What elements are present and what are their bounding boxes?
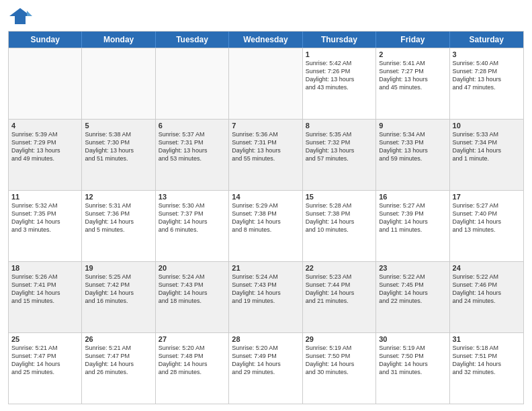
cell-detail: Sunrise: 5:19 AM Sunset: 7:50 PM Dayligh… xyxy=(306,344,373,377)
cal-cell-25: 25Sunrise: 5:21 AM Sunset: 7:47 PM Dayli… xyxy=(9,333,82,404)
day-number: 31 xyxy=(453,335,521,343)
day-number: 26 xyxy=(85,335,152,343)
day-number: 22 xyxy=(306,264,373,272)
cal-cell-21: 21Sunrise: 5:24 AM Sunset: 7:43 PM Dayli… xyxy=(229,262,302,332)
cal-cell-15: 15Sunrise: 5:28 AM Sunset: 7:38 PM Dayli… xyxy=(303,191,376,261)
calendar-body: 1Sunrise: 5:42 AM Sunset: 7:26 PM Daylig… xyxy=(9,48,523,404)
cal-cell-empty xyxy=(82,48,155,119)
cal-cell-31: 31Sunrise: 5:18 AM Sunset: 7:51 PM Dayli… xyxy=(450,333,523,404)
day-number: 4 xyxy=(11,122,79,130)
cell-detail: Sunrise: 5:33 AM Sunset: 7:34 PM Dayligh… xyxy=(453,130,521,163)
day-number: 9 xyxy=(379,122,446,130)
cell-detail: Sunrise: 5:35 AM Sunset: 7:32 PM Dayligh… xyxy=(306,130,373,163)
day-number: 29 xyxy=(306,335,373,343)
cell-detail: Sunrise: 5:20 AM Sunset: 7:48 PM Dayligh… xyxy=(159,344,226,377)
cal-cell-14: 14Sunrise: 5:29 AM Sunset: 7:38 PM Dayli… xyxy=(229,191,302,261)
cal-cell-2: 2Sunrise: 5:41 AM Sunset: 7:27 PM Daylig… xyxy=(376,48,449,119)
cal-cell-empty xyxy=(9,48,82,119)
logo-icon xyxy=(8,7,32,26)
day-number: 14 xyxy=(232,193,299,201)
cal-cell-3: 3Sunrise: 5:40 AM Sunset: 7:28 PM Daylig… xyxy=(450,48,523,119)
cal-cell-empty xyxy=(229,48,302,119)
day-number: 27 xyxy=(159,335,226,343)
day-number: 19 xyxy=(85,264,152,272)
day-number: 15 xyxy=(306,193,373,201)
cell-detail: Sunrise: 5:24 AM Sunset: 7:43 PM Dayligh… xyxy=(232,273,299,306)
cell-detail: Sunrise: 5:32 AM Sunset: 7:35 PM Dayligh… xyxy=(11,201,79,234)
cell-detail: Sunrise: 5:23 AM Sunset: 7:44 PM Dayligh… xyxy=(306,273,373,306)
cal-cell-18: 18Sunrise: 5:26 AM Sunset: 7:41 PM Dayli… xyxy=(9,262,82,332)
cell-detail: Sunrise: 5:38 AM Sunset: 7:30 PM Dayligh… xyxy=(85,130,152,163)
cal-cell-29: 29Sunrise: 5:19 AM Sunset: 7:50 PM Dayli… xyxy=(303,333,376,404)
day-number: 21 xyxy=(232,264,299,272)
cal-header-wednesday: Wednesday xyxy=(229,32,302,48)
cal-cell-30: 30Sunrise: 5:19 AM Sunset: 7:50 PM Dayli… xyxy=(376,333,449,404)
cell-detail: Sunrise: 5:22 AM Sunset: 7:45 PM Dayligh… xyxy=(379,273,446,306)
cell-detail: Sunrise: 5:29 AM Sunset: 7:38 PM Dayligh… xyxy=(232,201,299,234)
cell-detail: Sunrise: 5:37 AM Sunset: 7:31 PM Dayligh… xyxy=(159,130,226,163)
day-number: 8 xyxy=(306,122,373,130)
day-number: 11 xyxy=(11,193,79,201)
cal-cell-12: 12Sunrise: 5:31 AM Sunset: 7:36 PM Dayli… xyxy=(82,191,155,261)
cal-header-saturday: Saturday xyxy=(450,32,523,48)
cal-cell-9: 9Sunrise: 5:34 AM Sunset: 7:33 PM Daylig… xyxy=(376,120,449,190)
cal-cell-4: 4Sunrise: 5:39 AM Sunset: 7:29 PM Daylig… xyxy=(9,120,82,190)
day-number: 12 xyxy=(85,193,152,201)
cell-detail: Sunrise: 5:24 AM Sunset: 7:43 PM Dayligh… xyxy=(159,273,226,306)
cal-cell-7: 7Sunrise: 5:36 AM Sunset: 7:31 PM Daylig… xyxy=(229,120,302,190)
cell-detail: Sunrise: 5:21 AM Sunset: 7:47 PM Dayligh… xyxy=(85,344,152,377)
day-number: 13 xyxy=(159,193,226,201)
day-number: 3 xyxy=(453,50,521,58)
cal-cell-27: 27Sunrise: 5:20 AM Sunset: 7:48 PM Dayli… xyxy=(156,333,229,404)
day-number: 2 xyxy=(379,50,446,58)
cell-detail: Sunrise: 5:28 AM Sunset: 7:38 PM Dayligh… xyxy=(306,201,373,234)
cal-cell-22: 22Sunrise: 5:23 AM Sunset: 7:44 PM Dayli… xyxy=(303,262,376,332)
cal-cell-empty xyxy=(156,48,229,119)
svg-marker-1 xyxy=(27,11,32,16)
cell-detail: Sunrise: 5:27 AM Sunset: 7:39 PM Dayligh… xyxy=(379,201,446,234)
cal-cell-20: 20Sunrise: 5:24 AM Sunset: 7:43 PM Dayli… xyxy=(156,262,229,332)
cal-header-monday: Monday xyxy=(82,32,155,48)
cell-detail: Sunrise: 5:36 AM Sunset: 7:31 PM Dayligh… xyxy=(232,130,299,163)
cal-cell-13: 13Sunrise: 5:30 AM Sunset: 7:37 PM Dayli… xyxy=(156,191,229,261)
cal-row-2: 11Sunrise: 5:32 AM Sunset: 7:35 PM Dayli… xyxy=(9,190,523,261)
cell-detail: Sunrise: 5:41 AM Sunset: 7:27 PM Dayligh… xyxy=(379,59,446,92)
cell-detail: Sunrise: 5:21 AM Sunset: 7:47 PM Dayligh… xyxy=(11,344,79,377)
day-number: 16 xyxy=(379,193,446,201)
cell-detail: Sunrise: 5:30 AM Sunset: 7:37 PM Dayligh… xyxy=(159,201,226,234)
day-number: 28 xyxy=(232,335,299,343)
cell-detail: Sunrise: 5:39 AM Sunset: 7:29 PM Dayligh… xyxy=(11,130,79,163)
cell-detail: Sunrise: 5:26 AM Sunset: 7:41 PM Dayligh… xyxy=(11,273,79,306)
day-number: 5 xyxy=(85,122,152,130)
cell-detail: Sunrise: 5:42 AM Sunset: 7:26 PM Dayligh… xyxy=(306,59,373,92)
header xyxy=(8,7,524,26)
calendar: SundayMondayTuesdayWednesdayThursdayFrid… xyxy=(8,31,524,404)
cal-cell-5: 5Sunrise: 5:38 AM Sunset: 7:30 PM Daylig… xyxy=(82,120,155,190)
day-number: 7 xyxy=(232,122,299,130)
cell-detail: Sunrise: 5:22 AM Sunset: 7:46 PM Dayligh… xyxy=(453,273,521,306)
day-number: 25 xyxy=(11,335,79,343)
cell-detail: Sunrise: 5:40 AM Sunset: 7:28 PM Dayligh… xyxy=(453,59,521,92)
cal-cell-10: 10Sunrise: 5:33 AM Sunset: 7:34 PM Dayli… xyxy=(450,120,523,190)
cal-cell-11: 11Sunrise: 5:32 AM Sunset: 7:35 PM Dayli… xyxy=(9,191,82,261)
logo xyxy=(8,7,35,26)
cal-header-thursday: Thursday xyxy=(303,32,376,48)
page: SundayMondayTuesdayWednesdayThursdayFrid… xyxy=(0,0,532,411)
cell-detail: Sunrise: 5:25 AM Sunset: 7:42 PM Dayligh… xyxy=(85,273,152,306)
cal-header-friday: Friday xyxy=(376,32,449,48)
day-number: 1 xyxy=(306,50,373,58)
day-number: 23 xyxy=(379,264,446,272)
cal-cell-16: 16Sunrise: 5:27 AM Sunset: 7:39 PM Dayli… xyxy=(376,191,449,261)
cell-detail: Sunrise: 5:18 AM Sunset: 7:51 PM Dayligh… xyxy=(453,344,521,377)
day-number: 30 xyxy=(379,335,446,343)
cal-cell-17: 17Sunrise: 5:27 AM Sunset: 7:40 PM Dayli… xyxy=(450,191,523,261)
cal-header-tuesday: Tuesday xyxy=(156,32,229,48)
cal-row-1: 4Sunrise: 5:39 AM Sunset: 7:29 PM Daylig… xyxy=(9,119,523,190)
day-number: 17 xyxy=(453,193,521,201)
cal-row-0: 1Sunrise: 5:42 AM Sunset: 7:26 PM Daylig… xyxy=(9,48,523,119)
day-number: 20 xyxy=(159,264,226,272)
cell-detail: Sunrise: 5:27 AM Sunset: 7:40 PM Dayligh… xyxy=(453,201,521,234)
day-number: 24 xyxy=(453,264,521,272)
cal-cell-24: 24Sunrise: 5:22 AM Sunset: 7:46 PM Dayli… xyxy=(450,262,523,332)
calendar-header: SundayMondayTuesdayWednesdayThursdayFrid… xyxy=(9,32,523,48)
